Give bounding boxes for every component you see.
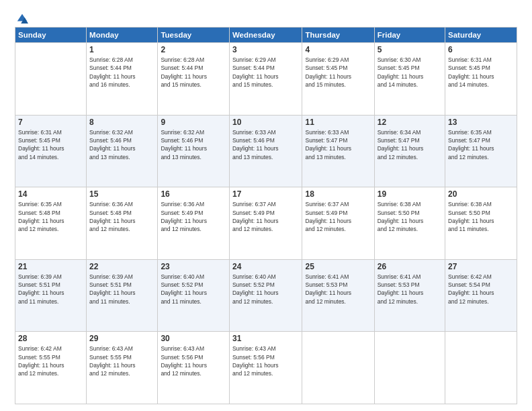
- day-number: 2: [161, 45, 226, 54]
- day-info: Sunrise: 6:28 AM Sunset: 5:44 PM Dayligh…: [161, 56, 226, 89]
- calendar-cell: 9Sunrise: 6:32 AM Sunset: 5:46 PM Daylig…: [158, 115, 230, 187]
- logo: [15, 12, 28, 21]
- day-info: Sunrise: 6:42 AM Sunset: 5:55 PM Dayligh…: [18, 345, 83, 377]
- day-info: Sunrise: 6:32 AM Sunset: 5:46 PM Dayligh…: [89, 128, 154, 161]
- calendar-table: SundayMondayTuesdayWednesdayThursdayFrid…: [15, 27, 517, 404]
- day-info: Sunrise: 6:39 AM Sunset: 5:51 PM Dayligh…: [89, 273, 154, 306]
- day-number: 9: [161, 118, 226, 127]
- day-number: 11: [305, 118, 371, 127]
- calendar-cell: 17Sunrise: 6:37 AM Sunset: 5:49 PM Dayli…: [229, 187, 302, 260]
- day-info: Sunrise: 6:29 AM Sunset: 5:45 PM Dayligh…: [305, 56, 371, 89]
- day-info: Sunrise: 6:32 AM Sunset: 5:46 PM Dayligh…: [161, 128, 226, 161]
- day-number: 6: [448, 45, 514, 54]
- header: [15, 12, 517, 21]
- calendar-header-sunday: Sunday: [15, 28, 87, 43]
- day-number: 21: [18, 262, 83, 271]
- day-number: 14: [18, 189, 83, 199]
- calendar-cell: [445, 332, 517, 404]
- calendar-cell: 27Sunrise: 6:42 AM Sunset: 5:54 PM Dayli…: [445, 259, 517, 332]
- calendar-cell: 30Sunrise: 6:43 AM Sunset: 5:56 PM Dayli…: [158, 332, 230, 404]
- day-number: 29: [89, 334, 154, 343]
- calendar-cell: 26Sunrise: 6:41 AM Sunset: 5:53 PM Dayli…: [374, 259, 445, 332]
- calendar-header-saturday: Saturday: [445, 28, 517, 43]
- calendar-cell: 29Sunrise: 6:43 AM Sunset: 5:55 PM Dayli…: [87, 332, 158, 404]
- calendar-cell: 21Sunrise: 6:39 AM Sunset: 5:51 PM Dayli…: [15, 259, 87, 332]
- calendar-header-wednesday: Wednesday: [229, 28, 302, 43]
- calendar-cell: 14Sunrise: 6:35 AM Sunset: 5:48 PM Dayli…: [15, 187, 87, 260]
- day-number: 26: [378, 262, 442, 271]
- calendar-cell: 19Sunrise: 6:38 AM Sunset: 5:50 PM Dayli…: [374, 187, 445, 260]
- day-info: Sunrise: 6:39 AM Sunset: 5:51 PM Dayligh…: [18, 273, 83, 306]
- day-number: 28: [18, 334, 83, 343]
- calendar-cell: 10Sunrise: 6:33 AM Sunset: 5:46 PM Dayli…: [229, 115, 302, 187]
- calendar-week-row: 14Sunrise: 6:35 AM Sunset: 5:48 PM Dayli…: [15, 187, 517, 260]
- calendar-cell: [302, 332, 374, 404]
- calendar-cell: 24Sunrise: 6:40 AM Sunset: 5:52 PM Dayli…: [229, 259, 302, 332]
- day-number: 15: [89, 189, 154, 199]
- calendar-cell: 1Sunrise: 6:28 AM Sunset: 5:44 PM Daylig…: [87, 43, 158, 116]
- calendar-cell: [374, 332, 445, 404]
- calendar-week-row: 21Sunrise: 6:39 AM Sunset: 5:51 PM Dayli…: [15, 259, 517, 332]
- calendar-cell: 3Sunrise: 6:29 AM Sunset: 5:44 PM Daylig…: [229, 43, 302, 116]
- calendar-cell: 22Sunrise: 6:39 AM Sunset: 5:51 PM Dayli…: [87, 259, 158, 332]
- calendar-cell: 15Sunrise: 6:36 AM Sunset: 5:48 PM Dayli…: [87, 187, 158, 260]
- calendar-header-tuesday: Tuesday: [158, 28, 230, 43]
- day-info: Sunrise: 6:36 AM Sunset: 5:49 PM Dayligh…: [161, 200, 226, 233]
- day-number: 1: [89, 45, 154, 54]
- day-number: 10: [232, 118, 300, 127]
- day-number: 23: [161, 262, 226, 271]
- calendar-cell: 11Sunrise: 6:33 AM Sunset: 5:47 PM Dayli…: [302, 115, 374, 187]
- calendar-cell: 23Sunrise: 6:40 AM Sunset: 5:52 PM Dayli…: [158, 259, 230, 332]
- day-number: 8: [89, 118, 154, 127]
- day-info: Sunrise: 6:33 AM Sunset: 5:47 PM Dayligh…: [305, 128, 371, 161]
- day-info: Sunrise: 6:43 AM Sunset: 5:56 PM Dayligh…: [161, 345, 226, 377]
- calendar-cell: 2Sunrise: 6:28 AM Sunset: 5:44 PM Daylig…: [158, 43, 230, 116]
- calendar-cell: 25Sunrise: 6:41 AM Sunset: 5:53 PM Dayli…: [302, 259, 374, 332]
- day-info: Sunrise: 6:31 AM Sunset: 5:45 PM Dayligh…: [448, 56, 514, 89]
- calendar-header-friday: Friday: [374, 28, 445, 43]
- day-info: Sunrise: 6:41 AM Sunset: 5:53 PM Dayligh…: [305, 273, 371, 306]
- calendar-cell: 6Sunrise: 6:31 AM Sunset: 5:45 PM Daylig…: [445, 43, 517, 116]
- day-info: Sunrise: 6:41 AM Sunset: 5:53 PM Dayligh…: [378, 273, 442, 306]
- day-info: Sunrise: 6:33 AM Sunset: 5:46 PM Dayligh…: [232, 128, 300, 161]
- calendar-cell: 18Sunrise: 6:37 AM Sunset: 5:49 PM Dayli…: [302, 187, 374, 260]
- day-number: 5: [378, 45, 442, 54]
- calendar-cell: 12Sunrise: 6:34 AM Sunset: 5:47 PM Dayli…: [374, 115, 445, 187]
- day-number: 25: [305, 262, 371, 271]
- day-number: 7: [18, 118, 83, 127]
- day-number: 27: [448, 262, 514, 271]
- page: SundayMondayTuesdayWednesdayThursdayFrid…: [0, 0, 532, 411]
- logo-icon: [16, 12, 28, 24]
- day-info: Sunrise: 6:31 AM Sunset: 5:45 PM Dayligh…: [18, 128, 83, 161]
- calendar-week-row: 7Sunrise: 6:31 AM Sunset: 5:45 PM Daylig…: [15, 115, 517, 187]
- day-info: Sunrise: 6:28 AM Sunset: 5:44 PM Dayligh…: [89, 56, 154, 89]
- day-number: 24: [232, 262, 300, 271]
- calendar-header-row: SundayMondayTuesdayWednesdayThursdayFrid…: [15, 28, 517, 43]
- day-number: 20: [448, 189, 514, 199]
- calendar-cell: 5Sunrise: 6:30 AM Sunset: 5:45 PM Daylig…: [374, 43, 445, 116]
- day-info: Sunrise: 6:42 AM Sunset: 5:54 PM Dayligh…: [448, 273, 514, 306]
- day-info: Sunrise: 6:38 AM Sunset: 5:50 PM Dayligh…: [448, 200, 514, 233]
- day-number: 17: [232, 189, 300, 199]
- day-info: Sunrise: 6:35 AM Sunset: 5:48 PM Dayligh…: [18, 200, 83, 233]
- day-info: Sunrise: 6:38 AM Sunset: 5:50 PM Dayligh…: [378, 200, 442, 233]
- calendar-header-thursday: Thursday: [302, 28, 374, 43]
- calendar-cell: 31Sunrise: 6:43 AM Sunset: 5:56 PM Dayli…: [229, 332, 302, 404]
- day-number: 31: [232, 334, 300, 343]
- day-info: Sunrise: 6:40 AM Sunset: 5:52 PM Dayligh…: [161, 273, 226, 306]
- calendar-week-row: 1Sunrise: 6:28 AM Sunset: 5:44 PM Daylig…: [15, 43, 517, 116]
- day-info: Sunrise: 6:35 AM Sunset: 5:47 PM Dayligh…: [448, 128, 514, 161]
- day-info: Sunrise: 6:34 AM Sunset: 5:47 PM Dayligh…: [378, 128, 442, 161]
- calendar-cell: 13Sunrise: 6:35 AM Sunset: 5:47 PM Dayli…: [445, 115, 517, 187]
- calendar-cell: 8Sunrise: 6:32 AM Sunset: 5:46 PM Daylig…: [87, 115, 158, 187]
- day-number: 18: [305, 189, 371, 199]
- calendar-cell: [15, 43, 87, 116]
- calendar-cell: 4Sunrise: 6:29 AM Sunset: 5:45 PM Daylig…: [302, 43, 374, 116]
- day-number: 3: [232, 45, 300, 54]
- day-number: 4: [305, 45, 371, 54]
- day-number: 13: [448, 118, 514, 127]
- day-info: Sunrise: 6:30 AM Sunset: 5:45 PM Dayligh…: [378, 56, 442, 89]
- calendar-cell: 7Sunrise: 6:31 AM Sunset: 5:45 PM Daylig…: [15, 115, 87, 187]
- calendar-week-row: 28Sunrise: 6:42 AM Sunset: 5:55 PM Dayli…: [15, 332, 517, 404]
- day-info: Sunrise: 6:37 AM Sunset: 5:49 PM Dayligh…: [232, 200, 300, 233]
